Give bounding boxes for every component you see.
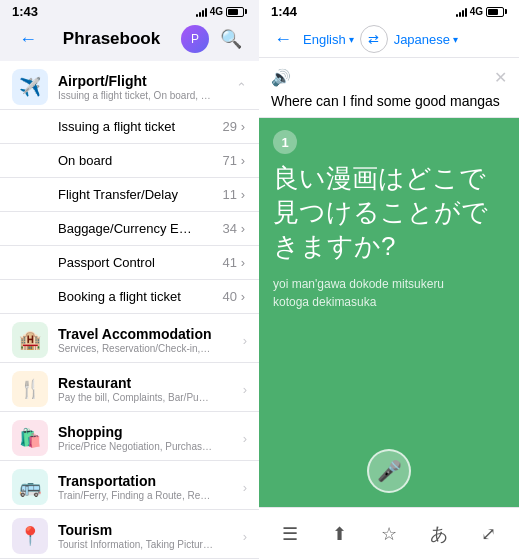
list-item[interactable]: On board 71 › [0,144,259,178]
network-type: 4G [470,6,483,17]
shopping-icon: 🛍️ [12,420,48,456]
chevron-down-icon: › [243,480,247,495]
translated-text: 良い漫画はどこで見つけることができますか? [273,162,505,263]
accommodation-title: Travel Accommodation [58,326,243,342]
chevron-down-icon: › [243,431,247,446]
tourism-icon: 📍 [12,518,48,554]
list-item[interactable]: Issuing a flight ticket 29 › [0,110,259,144]
source-language-button[interactable]: English ▾ [303,32,354,47]
share-button[interactable]: ⬆ [321,516,357,552]
left-panel: 1:43 4G ← Phrasebook P 🔍 [0,0,259,560]
shopping-title: Shopping [58,424,243,440]
list-item[interactable]: Passport Control 41 › [0,246,259,280]
expand-icon: ⤢ [481,523,496,545]
list-icon: ☰ [282,523,298,545]
clear-button[interactable]: ✕ [494,68,507,87]
airport-title: Airport/Flight [58,73,236,89]
restaurant-title: Restaurant [58,375,243,391]
expand-button[interactable]: ⤢ [470,516,506,552]
translator-header: ← English ▾ ⇄ Japanese ▾ [259,21,519,58]
list-item[interactable]: Baggage/Currency Exchange/Airport... 34 … [0,212,259,246]
transportation-subtitle: Train/Ferry, Finding a Route, Rental Car… [58,490,213,501]
restaurant-icon: 🍴 [12,371,48,407]
nav-row: ← Phrasebook P 🔍 [0,21,259,61]
signal-icon [456,7,467,17]
speaker-button[interactable]: 🔊 [271,68,291,87]
shopping-subtitle: Price/Price Negotiation, Purchase/Gift W… [58,441,213,452]
left-status-bar: 1:43 4G [0,0,259,21]
category-item-airport[interactable]: ✈️ Airport/Flight Issuing a flight ticke… [0,61,259,110]
source-tools: 🔊 ✕ [271,68,507,87]
airport-subtitle: Issuing a flight ticket, On board, Fligh… [58,90,213,101]
mic-button[interactable]: 🎤 [367,449,411,493]
left-time: 1:43 [12,4,38,19]
transportation-icon: 🚌 [12,469,48,505]
airport-icon: ✈️ [12,69,48,105]
category-list: ✈️ Airport/Flight Issuing a flight ticke… [0,61,259,560]
network-type: 4G [210,6,223,17]
category-item-shopping[interactable]: 🛍️ Shopping Price/Price Negotiation, Pur… [0,412,259,461]
page-title: Phrasebook [42,29,181,49]
list-button[interactable]: ☰ [272,516,308,552]
share-icon: ⬆ [332,523,347,545]
romanji-text: yoi man'gawa dokode mitsukeru kotoga dek… [273,275,505,311]
chevron-up-icon: ⌃ [236,80,247,95]
tourism-subtitle: Tourist Information, Taking Pictures [58,539,213,550]
accommodation-icon: 🏨 [12,322,48,358]
restaurant-subtitle: Pay the bill, Complaints, Bar/Pub, Meal,… [58,392,213,403]
right-status-bar: 1:44 4G [259,0,519,21]
list-item[interactable]: Flight Transfer/Delay 11 › [0,178,259,212]
chevron-down-icon: › [243,529,247,544]
signal-icon [196,7,207,17]
category-item-restaurant[interactable]: 🍴 Restaurant Pay the bill, Complaints, B… [0,363,259,412]
right-time: 1:44 [271,4,297,19]
step-indicator: 1 [273,130,297,154]
category-item-tourism[interactable]: 📍 Tourism Tourist Information, Taking Pi… [0,510,259,559]
source-lang-label: English [303,32,346,47]
text-button[interactable]: あ [421,516,457,552]
search-button[interactable]: 🔍 [217,25,245,53]
category-item-transportation[interactable]: 🚌 Transportation Train/Ferry, Finding a … [0,461,259,510]
accommodation-subtitle: Services, Reservation/Check-in, Check-ou… [58,343,213,354]
right-panel: 1:44 4G ← English ▾ ⇄ Japanese ▾ [259,0,519,560]
list-item[interactable]: Booking a flight ticket 40 › [0,280,259,314]
favorite-button[interactable]: ☆ [371,516,407,552]
back-button[interactable]: ← [14,25,42,53]
battery-icon [486,7,507,17]
swap-icon: ⇄ [368,32,379,47]
chevron-down-icon: › [243,382,247,397]
target-lang-label: Japanese [394,32,450,47]
battery-icon [226,7,247,17]
text-icon: あ [430,522,448,546]
category-item-accommodation[interactable]: 🏨 Travel Accommodation Services, Reserva… [0,314,259,363]
tourism-title: Tourism [58,522,243,538]
target-language-button[interactable]: Japanese ▾ [394,32,458,47]
left-status-icons: 4G [196,6,247,17]
right-status-icons: 4G [456,6,507,17]
chevron-down-icon: ▾ [349,34,354,45]
star-icon: ☆ [381,523,397,545]
chevron-down-icon: › [243,333,247,348]
phrasebook-avatar[interactable]: P [181,25,209,53]
mic-icon: 🎤 [377,459,402,483]
swap-language-button[interactable]: ⇄ [360,25,388,53]
mic-button-container: 🎤 [367,449,411,493]
source-text: Where can I find some good mangas [271,93,507,109]
bottom-toolbar: ☰ ⬆ ☆ あ ⤢ [259,507,519,560]
chevron-down-icon: ▾ [453,34,458,45]
source-area: 🔊 ✕ Where can I find some good mangas [259,58,519,118]
transportation-title: Transportation [58,473,243,489]
back-button[interactable]: ← [269,25,297,53]
translation-area: 1 良い漫画はどこで見つけることができますか? yoi man'gawa dok… [259,118,519,507]
